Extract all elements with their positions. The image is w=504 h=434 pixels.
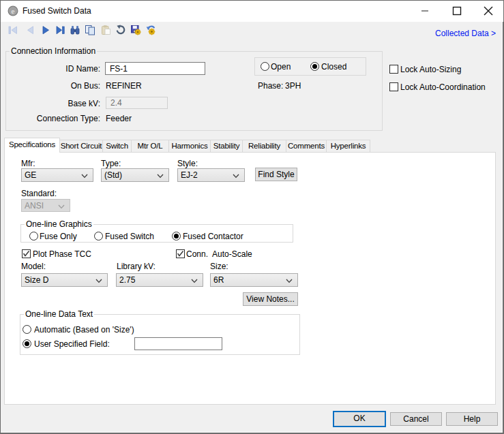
svg-text:e: e (12, 7, 15, 15)
